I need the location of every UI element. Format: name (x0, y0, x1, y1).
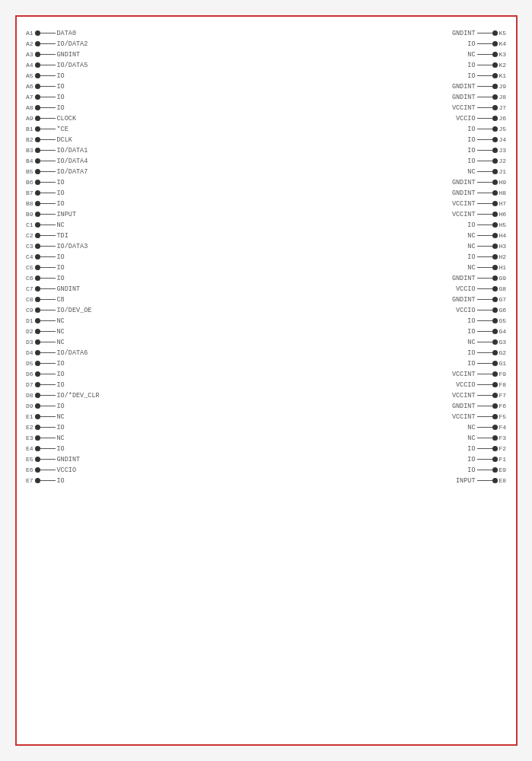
pin-line (40, 107, 56, 108)
pin-id: C2 (17, 232, 33, 239)
pin-dot (492, 158, 498, 164)
pin-id: D9 (17, 403, 33, 409)
pin-row-c2: C2TDI (17, 231, 100, 240)
pin-dot (35, 116, 40, 121)
pin-label: VCCINT (452, 413, 476, 421)
pin-id: A6 (17, 83, 33, 90)
pin-label: NC (467, 339, 475, 346)
pin-row-d9: D9IO (17, 401, 100, 411)
pin-dot (35, 275, 40, 281)
pin-id: K1 (499, 72, 516, 79)
pin-line (477, 235, 492, 236)
pin-dot (492, 190, 498, 196)
pin-line (40, 54, 56, 55)
pin-id: H3 (499, 243, 516, 250)
pin-dot (492, 254, 498, 260)
pin-line (40, 182, 56, 183)
pin-id: E2 (17, 424, 33, 431)
pin-id: C6 (17, 275, 33, 282)
pin-dot (35, 265, 40, 270)
pin-label: IO (57, 83, 65, 91)
pin-label: IO/DATA5 (57, 62, 88, 69)
pin-label: DCLK (57, 136, 72, 144)
pin-label: VCCINT (452, 371, 476, 378)
pin-label: IO (57, 94, 65, 101)
pin-dot (492, 201, 498, 206)
pin-row-c8: C8C8 (17, 295, 100, 304)
pin-dot (35, 169, 40, 174)
pin-label: GNDINT (57, 51, 81, 59)
pin-line (40, 203, 56, 204)
pin-dot (492, 41, 498, 46)
pin-dot (35, 414, 40, 419)
pin-label: VCCIO (456, 115, 476, 123)
pin-row-g2: G2IO (452, 348, 516, 358)
pin-row-a5: A5IO (17, 71, 100, 81)
pin-row-k5: K5GNDINT (452, 28, 516, 38)
pin-dot (492, 73, 498, 78)
pin-id: E6 (17, 466, 33, 473)
pin-id: E8 (499, 477, 516, 484)
pin-label: IO/DEV_OE (57, 307, 92, 314)
pin-id: C1 (17, 221, 33, 228)
pin-dot (492, 371, 498, 377)
pin-id: F7 (499, 392, 516, 399)
pin-dot (492, 457, 498, 462)
pin-dot (35, 425, 40, 430)
pin-line (40, 310, 56, 310)
pin-dot (492, 307, 498, 313)
pin-id: G1 (499, 360, 516, 367)
right-pin-column: K5GNDINTK4IOK3NCK2IOK1IOJ9GNDINTJ8GNDINT… (452, 28, 516, 486)
pin-line (477, 65, 492, 65)
pin-row-e1: E1NC (17, 412, 100, 422)
pin-line (40, 214, 56, 215)
pin-dot (35, 254, 40, 260)
pin-dot (35, 361, 40, 366)
pin-row-a3: A3GNDINT (17, 49, 100, 59)
pin-label: IO (57, 445, 65, 453)
pin-line (477, 278, 492, 279)
pin-label: IO/DATA2 (57, 40, 88, 48)
pin-id: F5 (499, 413, 516, 420)
pin-id: B5 (17, 168, 33, 175)
pin-line (40, 150, 56, 151)
pin-label: IO (57, 381, 65, 389)
pin-id: E1 (17, 413, 33, 420)
pin-label: TDI (57, 232, 68, 240)
pin-id: B9 (17, 211, 33, 218)
pin-row-d5: D5IO (17, 358, 100, 368)
pin-row-e4: E4IO (17, 444, 100, 454)
pin-label: IO (57, 200, 65, 208)
pin-dot (492, 30, 498, 36)
pin-line (477, 246, 492, 247)
pin-label: IO (467, 62, 475, 69)
pin-id: H5 (499, 221, 516, 228)
pin-label: NC (467, 51, 475, 59)
pin-line (40, 320, 56, 321)
pin-label: NC (57, 221, 65, 229)
pin-dot (35, 286, 40, 291)
pin-row-a7: A7IO (17, 92, 100, 102)
pin-dot (35, 126, 40, 132)
pin-row-g3: G3NC (452, 337, 516, 347)
pin-line (477, 203, 492, 204)
pin-dot (35, 180, 40, 185)
pin-line (40, 374, 56, 374)
pin-id: F9 (499, 371, 516, 377)
pin-line (40, 43, 56, 44)
pin-label: IO/DATA7 (57, 168, 88, 176)
pin-label: IO (467, 466, 475, 474)
pin-row-f8: F8VCCIO (452, 380, 516, 390)
pin-line (477, 480, 492, 481)
pin-line (477, 406, 492, 406)
pin-line (477, 320, 492, 321)
pin-id: F1 (499, 456, 516, 463)
pin-row-k2: K2IO (452, 60, 516, 70)
pin-label: NC (467, 243, 475, 250)
pin-dot (492, 52, 498, 57)
pin-id: A2 (17, 40, 33, 47)
pin-line (477, 139, 492, 140)
pin-label: IO (467, 456, 475, 463)
pin-row-g5: G5IO (452, 316, 516, 326)
pin-line (40, 256, 56, 257)
